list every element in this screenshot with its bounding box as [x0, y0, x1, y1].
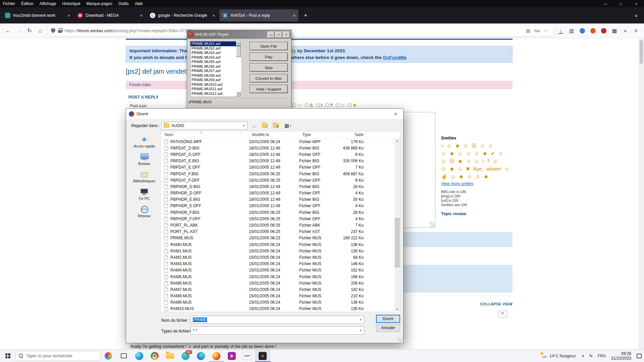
filetype-dropdown[interactable]: *.* ▾ [191, 326, 364, 335]
notification-center-button[interactable] [634, 350, 644, 362]
radio-icon[interactable] [305, 103, 308, 107]
view-menu-button[interactable]: ▦▾ [284, 122, 292, 130]
menu-item[interactable]: Outils [115, 0, 132, 7]
radio-icon[interactable] [348, 103, 352, 107]
tab-close-button[interactable]: × [293, 13, 296, 18]
task-view-button[interactable] [116, 350, 131, 362]
file-row[interactable]: RAM9.MUS 15/01/2005 06:24 Fichier MUS 13… [161, 299, 395, 306]
forum-rules-link[interactable]: Forum rules [129, 82, 151, 87]
quote-button[interactable]: “ [498, 310, 507, 318]
radio-icon[interactable] [336, 103, 339, 107]
tab-mega[interactable]: M Download - MEGA × [74, 9, 146, 21]
file-row[interactable]: PBPDAT_F.OFF 15/01/2005 06:25 Fichier OF… [161, 177, 395, 183]
home-button[interactable]: ⌂ [35, 25, 46, 36]
tab-google[interactable]: G google - Recherche Google × [147, 9, 218, 21]
list-all-tabs-button[interactable]: ∨ [632, 11, 641, 20]
file-row[interactable]: PBPHDR_D.OFF 18/01/2005 12:49 Fichier OF… [161, 190, 395, 196]
lock-icon[interactable] [58, 28, 62, 33]
file-row[interactable]: RAM2.MUS 15/01/2005 06:24 Fichier MUS 68… [161, 254, 395, 260]
chevron-down-icon[interactable]: ▾ [240, 122, 247, 129]
playlist-item[interactable]: PRIME.MUS7.asf [191, 69, 241, 73]
post-icon-radio[interactable]: ☺ [292, 103, 302, 108]
clock[interactable]: 09:26 21/10/2023 [608, 351, 634, 361]
collapse-view-link[interactable]: COLLAPSE VIEW [416, 302, 513, 306]
post-icon-radio[interactable]: i [316, 103, 322, 108]
file-row[interactable]: PORT_PL.ABK 15/01/2005 06:25 Fichier ABK… [161, 222, 395, 228]
topic-review-link[interactable]: Topic review [441, 212, 513, 216]
weather-widget[interactable]: ☁ 14°C Nuageux [538, 353, 579, 359]
help-support-button[interactable]: Help / Support [250, 85, 288, 93]
post-icon-radio[interactable]: ☺ [336, 103, 345, 108]
file-row[interactable]: PBPHDR_F.BIG 15/01/2005 06:25 Fichier BI… [161, 209, 395, 216]
radio-icon[interactable] [325, 103, 329, 107]
pen-icon[interactable]: ✎ [587, 350, 595, 362]
cancel-button[interactable]: Annuler [376, 324, 400, 332]
playlist-item[interactable]: PRIME.MUS3.asf [191, 51, 241, 55]
playlist-item[interactable]: PRIME.MUS9.asf [191, 78, 241, 82]
resize-grip-icon[interactable] [398, 338, 402, 342]
post-icon-radio[interactable]: ⚠ [305, 103, 313, 108]
scroll-up-icon[interactable]: ▲ [394, 138, 400, 144]
menu-item[interactable]: Aide [132, 0, 146, 7]
playlist-item[interactable]: PRIME.MUS12.asf [191, 92, 241, 96]
menu-item[interactable]: Historique [59, 0, 84, 7]
smilies-row[interactable]: ✌ ☺ ☻ ☺ ☺ ☻ [441, 173, 513, 180]
file-row[interactable]: PBPDAT_D.BIG 18/01/2005 12:48 Fichier BI… [161, 145, 395, 151]
open-button[interactable]: Ouvrir [376, 315, 400, 323]
back-button[interactable]: ← [3, 25, 13, 36]
smilies-row[interactable]: ☺ ☻ ☺ ✖ Bye, whore! ☺ [441, 165, 513, 173]
forward-button[interactable]: → [13, 25, 24, 36]
tracking-shield-icon[interactable] [51, 28, 55, 33]
start-button[interactable] [0, 350, 15, 362]
post-icon-radio[interactable]: ? [325, 103, 333, 108]
playlist-item[interactable]: PRIME.MUS4.asf [191, 55, 241, 60]
url-bar[interactable]: https://forum.xentax.com/posting.php?mod… [48, 25, 553, 36]
new-folder-button[interactable] [273, 122, 281, 130]
file-row[interactable]: RAM10.MUS 15/01/2005 06:24 Fichier MUS 1… [161, 306, 395, 312]
scrollbar-thumb[interactable] [395, 218, 400, 267]
taskbar-app-chrome[interactable] [147, 350, 162, 362]
reader-mode-icon[interactable]: ▤ [524, 26, 533, 35]
downloads-icon[interactable]: ↓ [555, 25, 566, 36]
open-file-button[interactable]: Open File [250, 42, 288, 50]
file-list-scrollbar[interactable]: ▲ ▼ [394, 138, 400, 312]
asf-maximize-button[interactable]: □ [275, 32, 282, 38]
gofundme-link[interactable]: GoFundMe [383, 55, 407, 60]
taskbar-app-mail[interactable]: 99+ [178, 350, 193, 362]
tab-xentax-active[interactable]: X XeNTaX - Post a reply × [219, 9, 299, 21]
minimize-button[interactable]: — [598, 0, 613, 7]
tray-chevron-up-icon[interactable]: ∧ [579, 350, 587, 362]
playlist-item[interactable]: PRIME.MUS10.asf [191, 82, 241, 87]
playlist-item[interactable]: PRIME.MUS8.asf [191, 73, 241, 78]
post-icon-radio[interactable]: ☻ [348, 103, 357, 108]
reload-button[interactable]: ↻ [24, 25, 35, 36]
asf-close-button[interactable]: × [283, 32, 290, 38]
playlist-item[interactable]: PRIME.MUS2.asf [191, 46, 241, 51]
tab-close-button[interactable]: × [67, 13, 70, 18]
file-row[interactable]: PBPDAT_D.OFF 18/01/2005 12:48 Fichier OF… [161, 151, 395, 158]
look-in-dropdown[interactable]: AUDIO ▾ [162, 122, 248, 130]
file-row[interactable]: PORT_PL.AST 15/01/2005 06:25 Fichier AST… [161, 229, 395, 235]
asf-title-bar[interactable]: NHL06 ASF Player — □ × [187, 30, 291, 39]
radio-icon[interactable] [316, 103, 320, 107]
up-one-level-button[interactable] [262, 122, 270, 130]
sidebar-place-item[interactable]: Réseau [129, 205, 159, 223]
tab-close-button[interactable]: × [140, 13, 143, 18]
taskbar-app-edge-beta[interactable] [193, 350, 209, 362]
scroll-down-icon[interactable]: ▼ [236, 92, 241, 96]
scroll-down-icon[interactable]: ▼ [394, 307, 400, 312]
file-row[interactable]: PBPDAT_E.OFF 18/01/2005 12:49 Fichier OF… [161, 164, 395, 171]
asf-minimize-button[interactable]: — [267, 32, 274, 38]
menu-item[interactable]: Fichier [0, 0, 18, 7]
file-row[interactable]: PBPHDR_F.OFF 15/01/2005 06:25 Fichier OF… [161, 216, 395, 222]
asf-list-scrollbar[interactable]: ▲ ▼ [236, 41, 241, 96]
file-row[interactable]: PATHSONG.MPF 15/01/2005 06:24 Fichier MP… [161, 138, 395, 145]
extension-blue-icon[interactable] [580, 28, 585, 34]
file-row[interactable]: RAM6.MUS 15/01/2005 06:24 Fichier MUS 20… [161, 280, 395, 286]
smilies-row[interactable]: ☺ ☻ ☺ ☺ ☺ ☻ ✔ ☺ [441, 149, 513, 157]
page-scrollbar[interactable] [639, 38, 644, 349]
tab-mus2midi[interactable]: mus2midi doesent work × [2, 9, 73, 21]
taskbar-app-edge[interactable] [131, 350, 147, 362]
maximize-button[interactable]: □ [613, 0, 629, 7]
file-row[interactable]: RAM4.MUS 15/01/2005 06:24 Fichier MUS 15… [161, 267, 395, 274]
